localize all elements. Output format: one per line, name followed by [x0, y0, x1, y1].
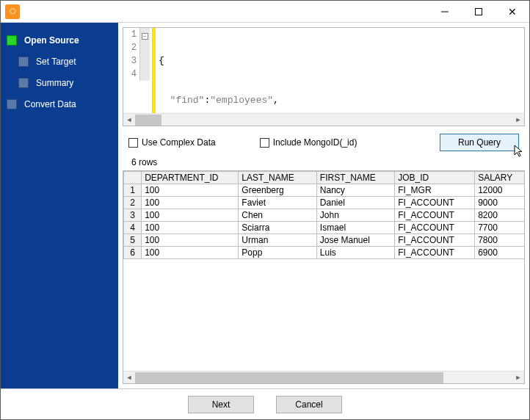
code-line: "find":"employees", [159, 94, 524, 107]
scroll-left-icon[interactable]: ◄ [123, 114, 135, 126]
row-number: 1 [124, 184, 142, 197]
options-row: Use Complex Data Include MongoID(_id) Ru… [123, 126, 525, 154]
cell[interactable]: 100 [142, 197, 239, 209]
checkbox-label: Include MongoID(_id) [273, 137, 357, 148]
row-number: 5 [124, 234, 142, 247]
window-buttons: ✕ [428, 1, 529, 22]
cell[interactable]: 12000 [475, 184, 524, 197]
col-header[interactable]: FIRST_NAME [316, 172, 394, 184]
minimize-button[interactable] [428, 1, 462, 22]
sidebar-item-set-target[interactable]: Set Target [1, 51, 118, 72]
table-row[interactable]: 5100UrmanJose ManuelFI_ACCOUNT7800JMURMA… [124, 234, 525, 247]
cell[interactable]: Chen [239, 209, 316, 222]
maximize-button[interactable] [462, 1, 495, 22]
include-mongoid-checkbox[interactable]: Include MongoID(_id) [260, 137, 357, 148]
sidebar-item-label: Convert Data [24, 99, 76, 109]
body: Open Source Set Target Summary Convert D… [1, 23, 529, 388]
use-complex-data-checkbox[interactable]: Use Complex Data [128, 137, 216, 148]
sidebar-item-label: Open Source [24, 35, 79, 46]
table-header-row: DEPARTMENT_ID LAST_NAME FIRST_NAME JOB_I… [124, 172, 525, 184]
sidebar-item-label: Set Target [36, 57, 76, 67]
cell[interactable]: 100 [142, 222, 239, 234]
cell[interactable]: Luis [316, 247, 394, 259]
table-row[interactable]: 3100ChenJohnFI_ACCOUNT8200JCHEN1 [124, 209, 525, 222]
cell[interactable]: 8200 [475, 209, 524, 222]
editor-h-scrollbar[interactable]: ◄ ► [123, 113, 524, 126]
table-row[interactable]: 1100GreenbergNancyFI_MGR12000NGREENBE1 [124, 184, 525, 197]
scroll-right-icon[interactable]: ► [512, 372, 524, 383]
results-table: DEPARTMENT_ID LAST_NAME FIRST_NAME JOB_I… [123, 171, 524, 259]
scroll-left-icon[interactable]: ◄ [123, 372, 135, 383]
row-number: 2 [124, 197, 142, 209]
table-row[interactable]: 2100FavietDanielFI_ACCOUNT9000DFAVIET1 [124, 197, 525, 209]
sidebar-item-summary[interactable]: Summary [1, 73, 118, 93]
query-editor[interactable]: 1− 2 3 4 { "find":"employees", "filter":… [123, 27, 525, 126]
button-label: Cancel [295, 399, 322, 410]
scroll-right-icon[interactable]: ► [512, 114, 524, 126]
step-marker-icon [7, 99, 17, 109]
sidebar-item-convert-data[interactable]: Convert Data [1, 94, 118, 115]
cell[interactable]: 6900 [475, 247, 524, 259]
run-query-button[interactable]: Run Query [440, 134, 519, 151]
grid-scroll[interactable]: DEPARTMENT_ID LAST_NAME FIRST_NAME JOB_I… [123, 171, 524, 371]
checkbox-label: Use Complex Data [142, 137, 216, 148]
checkbox-icon [260, 138, 269, 148]
cell[interactable]: Faviet [239, 197, 316, 209]
button-label: Next [212, 399, 230, 410]
cell[interactable]: Ismael [316, 222, 394, 234]
button-label: Run Query [458, 137, 501, 148]
col-header[interactable]: DEPARTMENT_ID [142, 172, 239, 184]
code-line: { [159, 54, 524, 68]
row-header-corner [124, 172, 142, 184]
table-row[interactable]: 4100SciarraIsmaelFI_ACCOUNT7700ISCIARRA1 [124, 222, 525, 234]
close-button[interactable]: ✕ [495, 1, 529, 22]
cell[interactable]: John [316, 209, 394, 222]
code-area[interactable]: { "find":"employees", "filter":{"DEPARTM… [156, 28, 524, 113]
scroll-thumb[interactable] [135, 372, 443, 383]
main-panel: 1− 2 3 4 { "find":"employees", "filter":… [118, 23, 529, 388]
row-count-label: 6 rows [123, 154, 525, 170]
cell[interactable]: Sciarra [239, 222, 316, 234]
next-button[interactable]: Next [188, 396, 254, 413]
cell[interactable]: Urman [239, 234, 316, 247]
cell[interactable]: Nancy [316, 184, 394, 197]
row-number: 6 [124, 247, 142, 259]
cell[interactable]: 7800 [475, 234, 524, 247]
row-number: 3 [124, 209, 142, 222]
col-header[interactable]: LAST_NAME [239, 172, 316, 184]
editor-gutter: 1− 2 3 4 [123, 28, 153, 113]
cell[interactable]: Popp [239, 247, 316, 259]
cell[interactable]: FI_ACCOUNT [395, 247, 475, 259]
cell[interactable]: FI_ACCOUNT [395, 222, 475, 234]
cell[interactable]: FI_ACCOUNT [395, 234, 475, 247]
step-marker-icon [7, 35, 17, 46]
results-grid: DEPARTMENT_ID LAST_NAME FIRST_NAME JOB_I… [123, 170, 525, 384]
cell[interactable]: Jose Manuel [316, 234, 394, 247]
cell[interactable]: 100 [142, 184, 239, 197]
app-icon: ⎔ [5, 4, 20, 19]
sidebar-item-open-source[interactable]: Open Source [1, 30, 118, 51]
app-window: ⎔ ✕ Open Source Set Target Summary [0, 0, 530, 420]
grid-h-scrollbar[interactable]: ◄ ► [123, 371, 524, 383]
cell[interactable]: FI_MGR [395, 184, 475, 197]
checkbox-icon [128, 138, 138, 148]
cell[interactable]: Greenberg [239, 184, 316, 197]
cell[interactable]: 100 [142, 234, 239, 247]
cancel-button[interactable]: Cancel [276, 396, 342, 413]
step-marker-icon [18, 78, 29, 88]
cell[interactable]: 100 [142, 209, 239, 222]
col-header[interactable]: JOB_ID [395, 172, 475, 184]
scroll-thumb[interactable] [135, 115, 161, 126]
svg-rect-1 [476, 8, 482, 15]
fold-toggle-icon[interactable]: − [142, 33, 148, 40]
cell[interactable]: Daniel [316, 197, 394, 209]
titlebar: ⎔ ✕ [1, 1, 529, 23]
sidebar-item-label: Summary [36, 78, 73, 88]
cell[interactable]: 7700 [475, 222, 524, 234]
cell[interactable]: FI_ACCOUNT [395, 197, 475, 209]
cell[interactable]: FI_ACCOUNT [395, 209, 475, 222]
cell[interactable]: 100 [142, 247, 239, 259]
table-row[interactable]: 6100PoppLuisFI_ACCOUNT6900LPOPP1 [124, 247, 525, 259]
col-header[interactable]: SALARY [475, 172, 524, 184]
cell[interactable]: 9000 [475, 197, 524, 209]
